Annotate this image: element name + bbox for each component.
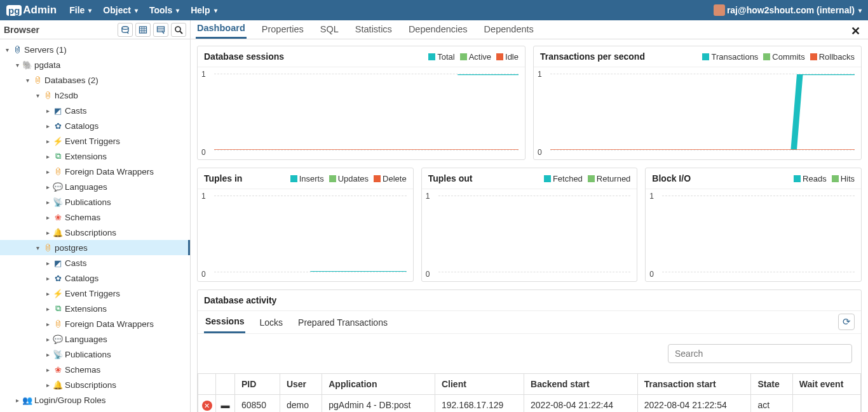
card-tuples-out: Tuples outFetchedReturned 10 <box>421 168 638 282</box>
expand-icon[interactable]: ▸ <box>43 305 52 312</box>
column-header[interactable]: State <box>751 374 792 395</box>
tree-node[interactable]: ▸📡Publications <box>0 347 190 362</box>
expand-icon[interactable]: ▸ <box>43 107 52 114</box>
expand-icon[interactable]: ▸ <box>43 123 52 130</box>
expand-icon[interactable]: ▸ <box>43 351 52 358</box>
expand-icon[interactable]: ▸ <box>43 138 52 145</box>
legend-item: Rollbacks <box>810 52 855 62</box>
expand-icon[interactable]: ▾ <box>13 62 22 69</box>
node-label: Publications <box>65 197 111 207</box>
node-icon: ❀ <box>52 213 64 222</box>
expand-icon[interactable]: ▸ <box>43 168 52 175</box>
tree-node[interactable]: ▸🔔Subscriptions <box>0 225 190 240</box>
node-icon: ⚡ <box>52 136 64 146</box>
node-label: Subscriptions <box>65 228 116 237</box>
tree-node[interactable]: ▾🛢h2sdb <box>0 88 190 103</box>
expand-icon[interactable]: ▾ <box>33 244 42 251</box>
tree-node[interactable]: ▸⧉Extensions <box>0 149 190 164</box>
node-label: Casts <box>65 258 87 268</box>
search-input[interactable] <box>668 344 852 363</box>
tab-dependents[interactable]: Dependents <box>483 22 535 38</box>
filter-rows-button[interactable] <box>153 23 168 37</box>
terminate-icon[interactable]: ✕ <box>202 401 212 411</box>
menu-object[interactable]: Object <box>103 5 138 15</box>
expand-icon[interactable]: ▸ <box>43 366 52 373</box>
legend-item: Commits <box>763 52 804 62</box>
tree-node[interactable]: ▸🛢Foreign Data Wrappers <box>0 316 190 331</box>
menu-help[interactable]: Help <box>191 5 217 15</box>
tree-node[interactable]: ▸💬Languages <box>0 331 190 347</box>
expand-icon[interactable]: ▸ <box>43 183 52 190</box>
browser-title: Browser <box>4 25 39 35</box>
menu-tools[interactable]: Tools <box>149 5 179 15</box>
logo[interactable]: pgAdmin <box>6 4 57 17</box>
tab-dashboard[interactable]: Dashboard <box>196 20 247 39</box>
tree-node[interactable]: ▸◩Casts <box>0 103 190 118</box>
tree-node[interactable]: ▸❀Schemas <box>0 209 190 225</box>
column-header[interactable]: User <box>280 374 322 395</box>
tab-statistics[interactable]: Statistics <box>354 22 393 38</box>
legend-item: Transactions <box>702 52 758 62</box>
column-header[interactable]: Client <box>435 374 524 395</box>
tree-node[interactable]: ▸💬Languages <box>0 179 190 194</box>
column-header[interactable]: Transaction start <box>637 374 751 395</box>
expand-icon[interactable]: ▸ <box>43 336 52 343</box>
tree-node[interactable]: ▸✿Catalogs <box>0 118 190 133</box>
column-header[interactable]: Backend start <box>524 374 638 395</box>
close-panel-icon[interactable]: ✕ <box>851 24 860 38</box>
query-tool-button[interactable] <box>118 23 133 37</box>
node-icon: 👥 <box>22 395 33 405</box>
tab-dependencies[interactable]: Dependencies <box>407 22 469 38</box>
object-tree[interactable]: ▾🛢Servers (1)▾🐘pgdata▾🛢Databases (2)▾🛢h2… <box>0 39 190 412</box>
tree-node[interactable]: ▸🛢Foreign Data Wrappers <box>0 164 190 179</box>
tree-node[interactable]: ▸📡Publications <box>0 194 190 209</box>
column-header[interactable]: Wait event <box>792 374 860 395</box>
tree-node[interactable]: ▾🛢Databases (2) <box>0 72 190 88</box>
expand-icon[interactable]: ▸ <box>43 260 52 267</box>
tree-node[interactable]: ▸⧉Extensions <box>0 301 190 316</box>
column-header[interactable] <box>216 374 235 395</box>
column-header[interactable] <box>198 374 216 395</box>
expand-icon[interactable]: ▾ <box>3 46 11 53</box>
expand-icon[interactable]: ▸ <box>43 153 52 160</box>
expand-icon[interactable]: ▸ <box>43 382 52 389</box>
tree-node[interactable]: ▸❀Schemas <box>0 362 190 377</box>
expand-icon[interactable]: ▸ <box>43 214 52 221</box>
table-row[interactable]: ✕ ▬ 60850 demo pgAdmin 4 - DB:post 192.1… <box>198 395 861 413</box>
expand-icon[interactable]: ▸ <box>43 290 52 297</box>
tree-node[interactable]: ▸👥Login/Group Roles <box>0 392 190 408</box>
expand-icon[interactable]: ▾ <box>33 92 42 99</box>
tree-node[interactable]: ▾🐘pgdata <box>0 57 190 72</box>
node-label: Schemas <box>65 365 100 375</box>
subtab-prepared-transactions[interactable]: Prepared Transactions <box>297 312 389 333</box>
tree-node[interactable]: ▾🛢Servers (1) <box>0 42 190 57</box>
view-data-button[interactable] <box>135 23 151 37</box>
node-icon: 🐘 <box>22 60 33 70</box>
tree-node[interactable]: ▸⚡Event Triggers <box>0 133 190 149</box>
tree-node[interactable]: ▾🛢postgres <box>0 240 190 255</box>
subtab-sessions[interactable]: Sessions <box>204 311 245 333</box>
column-header[interactable]: PID <box>235 374 280 395</box>
node-label: Catalogs <box>65 274 98 283</box>
expand-icon[interactable]: ▸ <box>13 397 22 404</box>
expand-icon[interactable]: ▸ <box>43 199 52 206</box>
tree-node[interactable]: ▸◩Casts <box>0 255 190 270</box>
menu-file[interactable]: File <box>69 5 92 15</box>
subtab-locks[interactable]: Locks <box>258 312 284 333</box>
expand-icon[interactable]: ▸ <box>43 321 52 328</box>
tab-properties[interactable]: Properties <box>261 22 305 38</box>
tree-node[interactable]: ▸⚡Event Triggers <box>0 286 190 301</box>
search-objects-button[interactable] <box>171 23 186 37</box>
node-icon: ◩ <box>52 106 64 116</box>
cancel-icon[interactable]: ▬ <box>216 395 235 413</box>
expand-icon[interactable]: ▸ <box>43 275 52 282</box>
node-icon: ⧉ <box>52 303 64 314</box>
expand-icon[interactable]: ▾ <box>23 77 32 84</box>
expand-icon[interactable]: ▸ <box>43 229 52 236</box>
tree-node[interactable]: ▸🔔Subscriptions <box>0 377 190 392</box>
user-menu[interactable]: raj@how2shout.com (internal) <box>714 4 862 16</box>
tab-sql[interactable]: SQL <box>319 22 340 38</box>
tree-node[interactable]: ▸✿Catalogs <box>0 270 190 286</box>
column-header[interactable]: Application <box>322 374 435 395</box>
refresh-button[interactable]: ⟳ <box>838 314 855 330</box>
